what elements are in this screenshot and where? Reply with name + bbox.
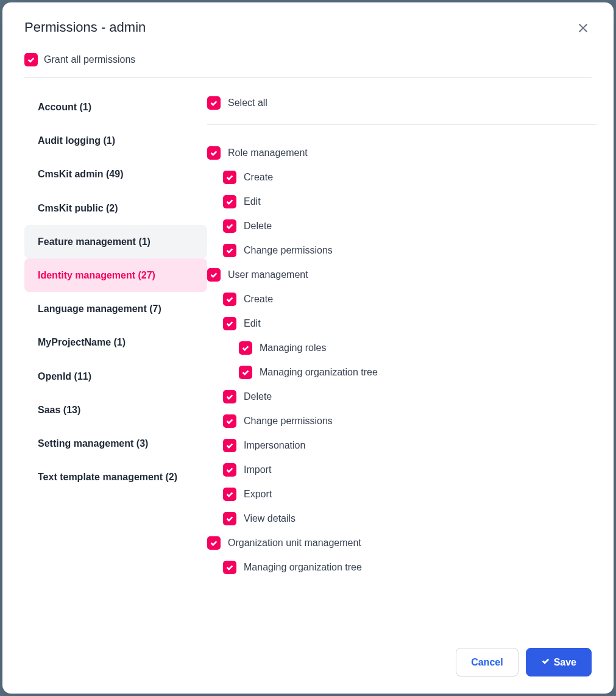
permission-row: Edit <box>223 311 597 336</box>
permission-row: User management <box>207 263 597 287</box>
save-button[interactable]: Save <box>526 648 592 676</box>
permission-row: Import <box>223 458 597 482</box>
permission-row: Create <box>223 165 597 190</box>
permission-row: Role management <box>207 141 597 165</box>
permission-checkbox[interactable] <box>223 195 236 208</box>
permission-checkbox[interactable] <box>223 512 236 525</box>
content-divider <box>207 124 597 125</box>
permission-checkbox[interactable] <box>207 268 221 282</box>
permission-label: Organization unit management <box>228 538 361 549</box>
cancel-button[interactable]: Cancel <box>456 648 518 676</box>
sidebar-item-audit-logging[interactable]: Audit logging (1) <box>24 124 207 157</box>
modal-header: Permissions - admin <box>2 2 614 38</box>
sidebar-item-label: Account (1) <box>38 102 91 112</box>
sidebar-item-language-management[interactable]: Language management (7) <box>24 292 207 325</box>
sidebar-item-account[interactable]: Account (1) <box>24 90 207 124</box>
permission-row: Managing roles <box>239 336 597 360</box>
sidebar-item-setting-management[interactable]: Setting management (3) <box>24 427 207 460</box>
cancel-button-label: Cancel <box>471 657 503 668</box>
permission-checkbox[interactable] <box>223 171 236 184</box>
permissions-sidebar: Account (1) Audit logging (1) CmsKit adm… <box>24 90 207 633</box>
permission-row: Delete <box>223 385 597 409</box>
permission-checkbox[interactable] <box>223 488 236 501</box>
permission-row: Managing organization tree <box>223 555 597 578</box>
permission-label: Edit <box>244 318 261 329</box>
sidebar-item-label: Identity management (27) <box>38 270 155 280</box>
permission-checkbox[interactable] <box>223 463 236 477</box>
select-all-row: Select all <box>207 90 597 124</box>
permissions-modal: Permissions - admin Grant all permission… <box>2 2 614 694</box>
sidebar-item-myprojectname[interactable]: MyProjectName (1) <box>24 325 207 359</box>
permission-label: User management <box>228 269 308 280</box>
permission-label: Delete <box>244 391 272 402</box>
permission-label: Impersonation <box>244 440 305 451</box>
sidebar-item-label: Setting management (3) <box>38 438 148 449</box>
sidebar-item-cmskit-public[interactable]: CmsKit public (2) <box>24 191 207 225</box>
close-icon <box>577 22 589 36</box>
permission-label: Managing organization tree <box>260 367 378 378</box>
permission-checkbox[interactable] <box>207 146 221 160</box>
permission-checkbox[interactable] <box>207 536 221 550</box>
sidebar-item-label: Audit logging (1) <box>38 135 115 146</box>
sidebar-item-cmskit-admin[interactable]: CmsKit admin (49) <box>24 157 207 191</box>
sidebar-item-openid[interactable]: OpenId (11) <box>24 360 207 393</box>
permission-row: Create <box>223 287 597 311</box>
permission-checkbox[interactable] <box>223 244 236 257</box>
permission-row: Managing organization tree <box>239 360 597 385</box>
permission-row: Change permissions <box>223 238 597 263</box>
permissions-content[interactable]: Select all Role managementCreateEditDele… <box>207 90 597 578</box>
permission-row: Export <box>223 482 597 506</box>
permission-checkbox[interactable] <box>223 414 236 428</box>
modal-footer: Cancel Save <box>2 633 614 694</box>
permission-checkbox[interactable] <box>239 341 252 355</box>
sidebar-item-text-template-management[interactable]: Text template management (2) <box>24 460 207 494</box>
sidebar-item-label: Text template management (2) <box>38 472 177 482</box>
sidebar-item-label: Language management (7) <box>38 304 161 314</box>
grant-all-checkbox[interactable] <box>24 53 38 66</box>
permission-row: Change permissions <box>223 409 597 433</box>
sidebar-item-label: Feature management (1) <box>38 236 150 247</box>
grant-all-row: Grant all permissions <box>2 38 614 77</box>
sidebar-item-feature-management[interactable]: Feature management (1) <box>24 225 207 258</box>
modal-body: Account (1) Audit logging (1) CmsKit adm… <box>2 78 614 633</box>
permission-checkbox[interactable] <box>223 317 236 330</box>
permission-label: Create <box>244 172 273 183</box>
select-all-checkbox[interactable] <box>207 96 221 110</box>
permission-checkbox[interactable] <box>223 219 236 233</box>
sidebar-item-label: Saas (13) <box>38 405 80 415</box>
permission-label: Export <box>244 489 272 500</box>
sidebar-item-label: MyProjectName (1) <box>38 337 126 347</box>
permission-row: Edit <box>223 190 597 214</box>
permission-checkbox[interactable] <box>223 561 236 574</box>
select-all-label: Select all <box>228 98 267 108</box>
permission-row: Organization unit management <box>207 531 597 555</box>
permission-list: Role managementCreateEditDeleteChange pe… <box>207 141 597 578</box>
permission-row: View details <box>223 506 597 531</box>
permission-label: Role management <box>228 147 308 158</box>
close-button[interactable] <box>575 20 592 38</box>
permission-checkbox[interactable] <box>223 390 236 403</box>
grant-all-label: Grant all permissions <box>44 54 135 65</box>
permission-label: Edit <box>244 196 261 207</box>
permission-row: Delete <box>223 214 597 238</box>
check-icon <box>541 656 550 668</box>
permission-label: Managing roles <box>260 343 326 353</box>
permission-label: Import <box>244 464 271 475</box>
permission-checkbox[interactable] <box>239 366 252 379</box>
permission-label: Change permissions <box>244 245 333 256</box>
modal-title: Permissions - admin <box>24 20 146 35</box>
sidebar-item-label: OpenId (11) <box>38 371 91 382</box>
sidebar-item-label: CmsKit public (2) <box>38 203 118 213</box>
permission-label: Managing organization tree <box>244 562 362 573</box>
sidebar-item-label: CmsKit admin (49) <box>38 169 123 179</box>
permission-label: View details <box>244 513 296 524</box>
permission-label: Create <box>244 294 273 305</box>
save-button-label: Save <box>554 657 576 668</box>
sidebar-item-identity-management[interactable]: Identity management (27) <box>24 258 207 292</box>
permission-checkbox[interactable] <box>223 293 236 306</box>
sidebar-item-saas[interactable]: Saas (13) <box>24 393 207 427</box>
permission-label: Delete <box>244 221 272 232</box>
permission-checkbox[interactable] <box>223 439 236 452</box>
permission-label: Change permissions <box>244 416 333 427</box>
permission-row: Impersonation <box>223 433 597 458</box>
